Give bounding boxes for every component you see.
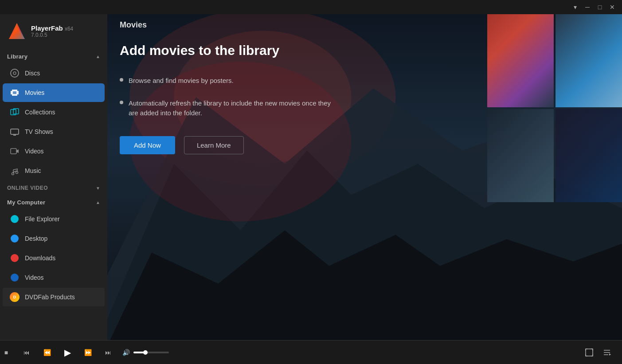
- maximize-button[interactable]: □: [594, 1, 606, 13]
- svg-rect-5: [11, 90, 12, 91]
- playlist-button[interactable]: [601, 346, 613, 359]
- downloads-icon: [10, 253, 20, 263]
- main-content-area: Movies Add movies to the library Browse …: [107, 14, 622, 340]
- svg-marker-1: [9, 27, 25, 39]
- tv-shows-label: TV Shows: [25, 128, 53, 135]
- fast-forward-button[interactable]: ⏩: [82, 346, 94, 359]
- library-chevron-icon: ▲: [96, 54, 100, 59]
- disc-icon: [10, 68, 20, 78]
- sidebar-item-videos[interactable]: Videos: [3, 142, 105, 160]
- my-computer-label: My Computer: [7, 199, 45, 206]
- sidebar-item-dvdfab[interactable]: D DVDFab Products: [3, 288, 105, 306]
- svg-rect-8: [17, 94, 19, 96]
- downloads-label: Downloads: [25, 254, 55, 262]
- svg-point-2: [11, 69, 19, 77]
- rewind-button[interactable]: ⏪: [41, 346, 53, 359]
- sidebar-item-collections[interactable]: Collections: [3, 103, 105, 121]
- action-buttons: Add Now Learn More: [120, 136, 610, 154]
- bullet-text-1: Browse and find movies by posters.: [129, 76, 234, 86]
- bullet-item-1: Browse and find movies by posters.: [120, 76, 610, 86]
- app-version: 7.0.0.5: [31, 32, 73, 38]
- sidebar-item-tv-shows[interactable]: TV Shows: [3, 122, 105, 141]
- titlebar: ▾ ─ □ ✕: [0, 0, 622, 14]
- discs-label: Discs: [25, 70, 40, 77]
- page-title: Movies: [120, 20, 147, 29]
- close-button[interactable]: ✕: [606, 1, 618, 13]
- stop-button[interactable]: ■: [0, 346, 12, 359]
- svg-rect-6: [17, 90, 19, 91]
- desktop-label: Desktop: [25, 235, 47, 242]
- dvdfab-icon: D: [10, 292, 20, 302]
- volume-icon: 🔊: [122, 349, 130, 356]
- online-video-chevron-icon: ▼: [96, 186, 100, 191]
- file-explorer-icon: [10, 214, 20, 224]
- app-name: PlayerFab x64: [31, 24, 73, 32]
- page-title-bar: Movies: [107, 14, 622, 30]
- logo-area: PlayerFab x64 7.0.0.5: [0, 14, 107, 50]
- sidebar-item-music[interactable]: Music: [3, 161, 105, 180]
- sidebar-item-downloads[interactable]: Downloads: [3, 249, 105, 267]
- settings-button[interactable]: ▾: [569, 1, 581, 13]
- my-computer-section-header[interactable]: My Computer ▲: [0, 196, 107, 209]
- volume-fill: [133, 352, 144, 353]
- tv-icon: [10, 127, 20, 137]
- playback-bar: ■ ⏮ ⏪ ▶ ⏩ ⏭ 🔊: [0, 340, 622, 364]
- bullet-item-2: Automatically refresh the library to inc…: [120, 98, 610, 118]
- volume-thumb: [143, 350, 148, 355]
- svg-point-18: [16, 172, 18, 174]
- svg-rect-15: [11, 149, 16, 154]
- minimize-button[interactable]: ─: [581, 1, 594, 13]
- videos-label: Videos: [25, 148, 44, 155]
- svg-rect-12: [11, 129, 19, 134]
- skip-forward-button[interactable]: ⏭: [102, 346, 114, 359]
- library-label: Library: [7, 53, 27, 60]
- skip-back-button[interactable]: ⏮: [20, 346, 33, 359]
- sidebar-item-discs[interactable]: Discs: [3, 64, 105, 82]
- bullet-points: Browse and find movies by posters. Autom…: [120, 76, 610, 118]
- content-overlay: Movies Add movies to the library Browse …: [107, 14, 622, 340]
- volume-slider[interactable]: [133, 352, 169, 353]
- desktop-icon: [10, 234, 20, 243]
- dvdfab-label: DVDFab Products: [25, 294, 75, 301]
- online-video-section[interactable]: ONLINE VIDEO ▼: [0, 180, 107, 196]
- svg-point-17: [12, 173, 14, 175]
- sidebar-item-videos-2[interactable]: Videos: [3, 268, 105, 287]
- movies-icon: [10, 88, 20, 98]
- online-video-label: ONLINE VIDEO: [7, 185, 48, 191]
- svg-rect-9: [13, 91, 16, 94]
- fullscreen-button[interactable]: [583, 346, 595, 359]
- library-section-header[interactable]: Library ▲: [0, 50, 107, 63]
- svg-rect-26: [586, 349, 593, 356]
- sidebar: PlayerFab x64 7.0.0.5 Library ▲ Discs: [0, 14, 107, 340]
- sidebar-item-desktop[interactable]: Desktop: [3, 229, 105, 248]
- add-movies-heading: Add movies to the library: [120, 43, 610, 58]
- file-explorer-label: File Explorer: [25, 215, 60, 223]
- volume-area: 🔊: [122, 349, 169, 356]
- videos2-icon: [10, 273, 20, 282]
- music-icon: [10, 166, 20, 176]
- movies-content: Add movies to the library Browse and fin…: [107, 30, 622, 340]
- svg-rect-7: [11, 94, 12, 96]
- sidebar-item-movies[interactable]: Movies: [3, 83, 105, 102]
- playback-right-buttons: [583, 346, 613, 359]
- collections-label: Collections: [25, 109, 55, 116]
- videos-icon: [10, 146, 20, 156]
- bullet-text-2: Automatically refresh the library to inc…: [129, 98, 341, 118]
- collections-icon: [10, 107, 20, 117]
- movies-label: Movies: [25, 89, 44, 96]
- add-now-button[interactable]: Add Now: [120, 136, 175, 154]
- learn-more-button[interactable]: Learn More: [184, 136, 244, 154]
- sidebar-item-file-explorer[interactable]: File Explorer: [3, 210, 105, 228]
- app-logo-icon: [7, 21, 27, 41]
- bullet-dot-2: [120, 101, 123, 104]
- logo-text: PlayerFab x64 7.0.0.5: [31, 24, 73, 38]
- videos2-label: Videos: [25, 274, 44, 281]
- music-label: Music: [25, 167, 41, 174]
- svg-point-3: [13, 72, 16, 74]
- play-button[interactable]: ▶: [61, 346, 74, 359]
- my-computer-chevron-icon: ▲: [96, 200, 100, 205]
- svg-marker-30: [609, 353, 611, 356]
- bullet-dot-1: [120, 78, 123, 82]
